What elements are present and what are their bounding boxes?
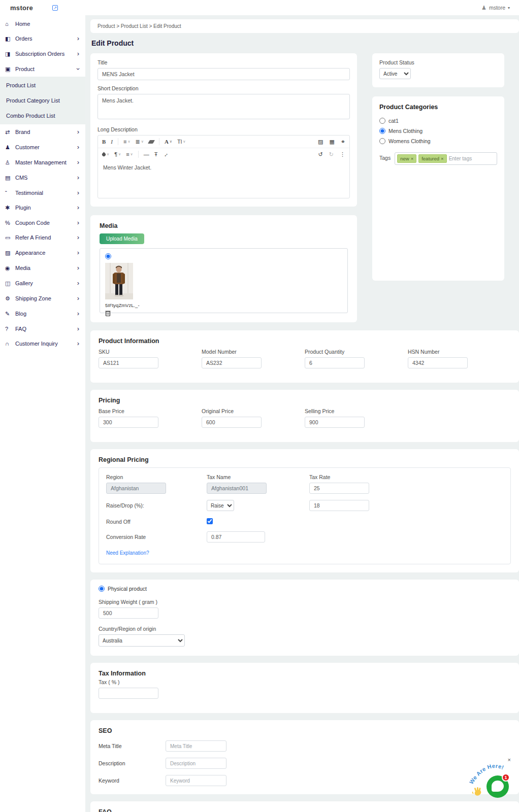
product-status-select[interactable]: Active — [379, 68, 411, 79]
delete-media-icon[interactable] — [105, 309, 342, 318]
faq-icon: ? — [5, 326, 15, 332]
ordered-list-button[interactable]: ≣∨ — [136, 139, 144, 145]
redo-button[interactable]: ↻ — [329, 151, 334, 158]
paragraph-button[interactable]: ¶∨ — [114, 151, 121, 157]
editor-toolbar-row-2: ∨ ¶∨ ≡∨ — Ŧ ↔ ↺ ↻ ⋮ — [98, 148, 349, 160]
remove-tag-icon[interactable]: × — [441, 156, 444, 161]
shipping-weight-input[interactable] — [99, 607, 158, 619]
sidebar-item-coupon-code[interactable]: %Coupon Code› — [0, 215, 85, 230]
bold-button[interactable]: B — [102, 139, 106, 145]
category-option-mens-clothing[interactable]: Mens Clothing — [379, 128, 497, 134]
keyword-input[interactable] — [166, 775, 226, 786]
chat-unread-badge: 1 — [502, 773, 510, 782]
sidebar-item-customer-inquiry[interactable]: ∩Customer Inquiry› — [0, 336, 85, 351]
sidebar-item-brand[interactable]: ⇄Brand› — [0, 124, 85, 140]
sidebar-item-media[interactable]: ◉Media› — [0, 260, 85, 276]
highlight-color-button[interactable]: ∨ — [102, 152, 109, 156]
selling-price-input[interactable] — [305, 417, 365, 428]
sidebar-item-faq[interactable]: ?FAQ› — [0, 321, 85, 336]
category-option-womens-clothing[interactable]: Womens Clothing — [379, 138, 497, 144]
sidebar-item-combo-product-list[interactable]: Combo Product List — [0, 108, 85, 123]
tax-rate-input[interactable] — [309, 483, 369, 494]
sidebar-item-cms[interactable]: ▤CMS› — [0, 170, 85, 185]
sidebar-item-shipping-zone[interactable]: ⚙Shipping Zone› — [0, 291, 85, 306]
sidebar-item-product-category-list[interactable]: Product Category List — [0, 93, 85, 108]
sidebar-item-plugin[interactable]: ✱Plugin› — [0, 200, 85, 215]
eraser-button[interactable] — [149, 140, 154, 144]
category-option-cat1[interactable]: cat1 — [379, 118, 497, 124]
align-button[interactable]: ≡∨ — [126, 151, 133, 157]
insert-image-button[interactable]: ▨ — [318, 139, 323, 145]
horizontal-rule-button[interactable]: — — [144, 151, 149, 157]
appearance-icon: ▨ — [5, 250, 15, 256]
product-quantity-input[interactable] — [305, 357, 365, 368]
font-color-button[interactable]: A∨ — [165, 139, 172, 145]
sidebar-item-subscription-orders[interactable]: ◨Subscription Orders› — [0, 46, 85, 61]
product-quantity-label: Product Quantity — [305, 349, 408, 355]
more-options-button[interactable]: ⋮ — [340, 151, 345, 158]
long-description-editor-content[interactable]: Mens Winter Jacket. — [98, 160, 349, 198]
meta-title-input[interactable] — [166, 740, 226, 752]
sidebar-item-refer-a-friend[interactable]: ▭Refer A Friend› — [0, 230, 85, 245]
sku-input[interactable] — [99, 357, 158, 368]
pricing-card: Pricing Base Price Original Price Sellin… — [90, 390, 519, 442]
category-radio[interactable] — [379, 118, 385, 124]
region-label: Region — [106, 474, 207, 480]
raise-drop-percent-input[interactable] — [309, 500, 369, 511]
base-price-label: Base Price — [99, 408, 202, 414]
app-logo[interactable]: mstore — [10, 4, 33, 12]
sidebar-item-product[interactable]: ▣Product› — [0, 61, 85, 77]
chat-launcher-button[interactable]: 1 — [486, 775, 509, 798]
sidebar: ⌂Home ◧Orders› ◨Subscription Orders› ▣Pr… — [0, 15, 85, 812]
blog-icon: ✎ — [5, 311, 15, 317]
category-radio[interactable] — [379, 138, 385, 144]
insert-table-button[interactable]: ▦ — [329, 139, 334, 145]
user-menu[interactable]: ♟ mstore ▾ — [481, 5, 510, 11]
product-image-thumbnail[interactable] — [105, 263, 342, 301]
base-price-input[interactable] — [99, 417, 158, 428]
sidebar-item-testimonial[interactable]: “Testimonial› — [0, 185, 85, 200]
undo-button[interactable]: ↺ — [318, 151, 323, 158]
raise-drop-select[interactable]: Raise — [207, 500, 234, 511]
insert-link-button[interactable]: ⚭ — [341, 139, 345, 145]
physical-product-radio[interactable] — [99, 586, 105, 592]
sidebar-item-master-management[interactable]: ♙Master Management› — [0, 155, 85, 170]
origin-select[interactable]: Australia — [99, 634, 185, 647]
external-link-icon[interactable]: ↗ — [52, 5, 58, 11]
plugin-icon: ✱ — [5, 205, 15, 211]
fullscreen-button[interactable]: ↔ — [161, 150, 170, 158]
remove-tag-icon[interactable]: × — [411, 156, 414, 161]
sidebar-item-orders[interactable]: ◧Orders› — [0, 31, 85, 46]
media-select-radio[interactable] — [105, 253, 111, 259]
upload-media-button[interactable]: Upload Media — [100, 233, 144, 244]
product-icon: ▣ — [5, 66, 15, 73]
subscription-orders-icon: ◨ — [5, 51, 15, 57]
font-size-button[interactable]: Tl∨ — [177, 139, 185, 145]
original-price-input[interactable] — [202, 417, 262, 428]
italic-button[interactable]: I — [111, 139, 113, 145]
unordered-list-button[interactable]: ≡∨ — [123, 139, 131, 145]
sidebar-item-home[interactable]: ⌂Home — [0, 16, 85, 31]
sidebar-item-product-list[interactable]: Product List — [0, 78, 85, 93]
sidebar-item-blog[interactable]: ✎Blog› — [0, 306, 85, 321]
tags-input-box[interactable]: new× featured× — [395, 152, 497, 165]
toolbar-divider — [159, 138, 159, 145]
sidebar-item-appearance[interactable]: ▨Appearance› — [0, 245, 85, 260]
clear-format-button[interactable]: Ŧ — [154, 151, 158, 157]
meta-description-input[interactable] — [166, 758, 226, 769]
category-radio[interactable] — [379, 128, 385, 134]
title-input[interactable] — [98, 68, 350, 80]
conversion-rate-input[interactable] — [207, 531, 265, 543]
tags-input[interactable] — [449, 156, 484, 161]
short-description-textarea[interactable]: Mens Jacket. — [98, 94, 350, 119]
hsn-number-input[interactable] — [408, 357, 468, 368]
tax-percent-input[interactable] — [99, 688, 158, 699]
model-number-input[interactable] — [202, 357, 262, 368]
caret-down-icon: ▾ — [508, 6, 510, 10]
sidebar-item-gallery[interactable]: ◫Gallery› — [0, 276, 85, 291]
seo-title: SEO — [99, 727, 511, 734]
sidebar-item-customer[interactable]: ♟Customer› — [0, 140, 85, 155]
need-explanation-link[interactable]: Need Explanation? — [106, 550, 149, 556]
round-off-checkbox[interactable] — [207, 518, 213, 524]
physical-product-option[interactable]: Physical product — [99, 586, 511, 592]
